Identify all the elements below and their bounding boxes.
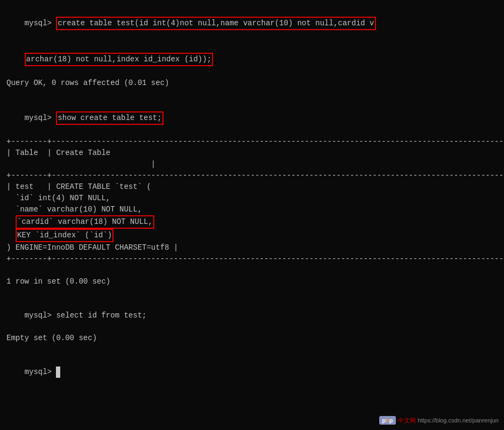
col-table-label: Table: [16, 149, 38, 157]
cmd2-highlight: show create table test;: [56, 111, 163, 125]
data-row1: | test | CREATE TABLE `test` (: [6, 181, 498, 193]
sep-line1: +--------+------------------------------…: [6, 136, 498, 147]
cmd1-result: Query OK, 0 rows affected (0.01 sec): [6, 77, 498, 89]
prompt4: mysql>: [25, 368, 56, 376]
cmd1-text: create table test(id int(4)not null,name…: [58, 19, 374, 27]
watermark-url-text: https://blog.csdn.net/panrenjun: [418, 417, 499, 424]
cardid-highlight: `cardid` varchar(18) NOT NULL,: [16, 215, 154, 229]
watermark: php 中文网 https://blog.csdn.net/panrenjun: [379, 416, 499, 425]
data-row2: `id` int(4) NOT NULL,: [6, 193, 498, 204]
cmd1-line2: archar(18) not null,index id_index (id))…: [6, 41, 498, 77]
php-badge: php: [379, 416, 395, 425]
blank4: [6, 287, 498, 299]
blank1: [6, 89, 498, 100]
key-highlight: KEY `id_index` (`id`): [16, 229, 113, 242]
col-create-label: Create Table: [56, 149, 110, 157]
cmd3-result: Empty set (0.00 sec): [6, 333, 498, 344]
cursor: [56, 366, 60, 378]
data-row4: `cardid` varchar(18) NOT NULL,: [6, 215, 498, 229]
prompt3: mysql>: [25, 311, 56, 320]
blank5: [6, 344, 498, 355]
cmd3-text: select id from test;: [56, 311, 146, 320]
cmd4-line[interactable]: mysql>: [6, 355, 498, 389]
blank3: [6, 265, 498, 276]
row-count: 1 row in set (0.00 sec): [6, 276, 498, 287]
cmd3-line: mysql> select id from test;: [6, 299, 498, 333]
cmd2-line: mysql> show create table test;: [6, 100, 498, 136]
data-row3: `name` varchar(10) NOT NULL,: [6, 204, 498, 215]
header-row2: |: [6, 159, 498, 170]
data-row5: KEY `id_index` (`id`): [6, 229, 498, 242]
sep-line2: +--------+------------------------------…: [6, 170, 498, 181]
header-row: | Table | Create Table: [6, 147, 498, 159]
cmd1-highlight: create table test(id int(4)not null,name…: [56, 17, 375, 30]
sep-line3: +--------+------------------------------…: [6, 253, 498, 265]
cmd2-text: show create table test;: [58, 114, 161, 122]
prompt1: mysql>: [25, 19, 56, 27]
cmd1-highlight2: archar(18) not null,index id_index (id))…: [25, 53, 213, 66]
cmd1-line1: mysql> create table test(id int(4)not nu…: [6, 5, 498, 41]
cmd1-text2: archar(18) not null,index id_index (id))…: [26, 55, 211, 64]
terminal-window: mysql> create table test(id int(4)not nu…: [0, 0, 504, 430]
watermark-cn-text: 中文网: [398, 417, 416, 425]
data-row6: ) ENGINE=InnoDB DEFAULT CHARSET=utf8 |: [6, 242, 498, 253]
prompt2: mysql>: [25, 114, 56, 122]
